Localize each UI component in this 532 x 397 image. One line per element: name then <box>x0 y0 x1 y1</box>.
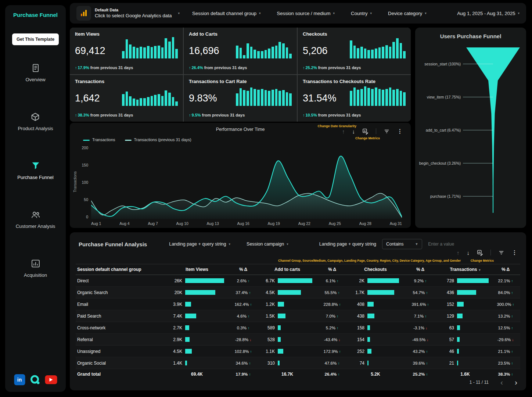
col-header-delta-1[interactable]: % Δ <box>226 267 260 272</box>
more-options-icon[interactable]: ⋮ <box>512 249 517 256</box>
cell-delta: 84.0% ↑ <box>491 290 520 295</box>
sidebar-item-funnel[interactable]: Purchase Funnel <box>17 161 53 180</box>
sidebar-item-label: Purchase Funnel <box>17 175 53 180</box>
change-metrics-icon[interactable] <box>477 250 483 256</box>
move-down-icon[interactable]: ↓ <box>352 128 355 135</box>
cell-channel: Direct <box>76 278 168 283</box>
chevron-down-icon: ▾ <box>370 11 372 15</box>
date-range-control[interactable]: Aug 1, 2025 - Aug 31, 2025 ▾ <box>457 11 520 16</box>
kpi-grid: Item Views69,412↑17.9%from previous 31 d… <box>70 28 411 122</box>
grand-total-delta: 38.3% ↑ <box>491 372 520 376</box>
toolbar-divider <box>490 250 491 255</box>
date-range-label: Aug 1, 2025 - Aug 31, 2025 <box>457 11 515 16</box>
topbar-filters: Session default channel group▾Session so… <box>192 11 427 16</box>
legend-transactions: Transactions <box>83 137 115 142</box>
grand-total-value: 69.4K <box>168 372 226 377</box>
youtube-icon[interactable] <box>45 375 57 384</box>
next-page-icon[interactable]: › <box>515 378 517 386</box>
analytics-icon <box>76 6 91 21</box>
grand-total-value: 1.6K <box>439 372 491 377</box>
filter-session-default-channel-group[interactable]: Session default channel group▾ <box>192 11 260 16</box>
pagination: 1 - 11 / 11 ‹ › <box>470 378 517 386</box>
analysis-panel: Purchase Funnel Analysis Landing page + … <box>70 232 526 390</box>
cell-metric: 252 <box>350 349 401 354</box>
filter-value-input[interactable] <box>428 242 463 247</box>
chevron-down-icon: ▾ <box>287 242 288 246</box>
filter-country[interactable]: Country▾ <box>351 11 372 16</box>
change-metrics-icon[interactable] <box>362 128 369 135</box>
data-source-selector[interactable]: Default Data Click to select Google Anal… <box>76 6 180 21</box>
operator-select[interactable]: Contains ▼ <box>382 239 422 249</box>
move-down-icon[interactable]: ↓ <box>467 250 470 256</box>
arrow-up-icon: ↑ <box>337 326 338 330</box>
arrow-up-icon: ↑ <box>303 113 305 117</box>
y-axis: 200150100500 <box>79 146 91 219</box>
arrow-up-icon: ↑ <box>248 279 249 283</box>
cell-metric: 2K <box>350 278 401 283</box>
granularity-annotation: Change Date Granularity <box>317 124 356 128</box>
more-options-icon[interactable]: ⋮ <box>397 128 403 135</box>
line-chart <box>91 146 402 219</box>
get-template-button[interactable]: Get This Template <box>12 33 59 45</box>
cell-metric: 129 <box>439 314 491 319</box>
y-axis-title: Transactions <box>73 164 77 200</box>
analysis-table-body: Direct26K2.6% ↑6.7K6.1% ↑2K9.2% ↑72822.1… <box>76 275 520 369</box>
kpi-sparkline <box>350 85 406 106</box>
filter-session-source-medium[interactable]: Session source / medium▾ <box>277 11 335 16</box>
chevron-down-icon: ▾ <box>178 11 180 15</box>
arrow-up-icon: ↑ <box>338 291 339 295</box>
data-source-title: Default Data <box>95 8 172 13</box>
sidebar-item-label: Customer Analysis <box>16 223 55 229</box>
arrow-up-icon: ↑ <box>511 372 513 376</box>
sidebar-item-overview[interactable]: Overview <box>25 63 45 82</box>
arrow-up-icon: ↑ <box>426 372 428 376</box>
dimension-filter-session-campaign[interactable]: Session campaign▾ <box>247 242 288 247</box>
move-up-icon[interactable]: ↑ <box>457 250 460 256</box>
col-header-item-views[interactable]: Item Views <box>168 267 226 272</box>
sidebar-item-customers[interactable]: Customer Analysis <box>16 210 55 229</box>
grand-total-delta: 26.4% ↑ <box>314 372 350 376</box>
filter-field-label: Landing page + query string <box>319 242 376 247</box>
cell-metric: 7.4K <box>168 314 226 319</box>
cell-metric: 2.9K <box>168 337 226 342</box>
arrow-up-icon: ↑ <box>338 372 339 376</box>
kpi-panel: Item Views69,412↑17.9%from previous 31 d… <box>70 28 411 122</box>
col-header-delta-4[interactable]: % Δ <box>491 267 520 272</box>
col-header-channel[interactable]: Session default channel group <box>76 267 168 272</box>
chart-plot: 200150100500 <box>79 146 402 219</box>
cell-delta: 2.6% ↑ <box>226 279 260 283</box>
cell-metric: 2.7K <box>168 325 226 330</box>
kpi-sparkline <box>236 85 292 106</box>
svg-text:purchase (1.71%): purchase (1.71%) <box>430 194 461 198</box>
cell-delta: 6.1% ↑ <box>314 279 350 283</box>
cell-metric: 4.5K <box>168 349 226 354</box>
cell-delta: -28.8% ↓ <box>226 337 260 342</box>
arrow-up-icon: ↑ <box>189 113 191 117</box>
cell-delta: 9.2% ↑ <box>401 279 439 283</box>
databloo-icon[interactable] <box>29 374 40 385</box>
cell-delta: 0.3% ↑ <box>226 326 260 330</box>
sidebar-item-product[interactable]: Product Analysis <box>18 112 53 131</box>
move-up-icon[interactable]: ↑ <box>342 128 345 135</box>
filter-device-category[interactable]: Device category▾ <box>388 11 427 16</box>
dimension-filter-landing-page-query-string[interactable]: Landing page + query string▾ <box>169 242 230 247</box>
linkedin-icon[interactable]: in <box>14 374 25 385</box>
col-header-add-to-carts[interactable]: Add to carts <box>260 267 314 272</box>
cell-delta: 5.2% ↑ <box>314 326 350 330</box>
col-header-checkouts[interactable]: Checkouts <box>350 267 401 272</box>
chart-legend: Transactions Transactions (previous 31 d… <box>83 137 191 142</box>
cell-delta: -3.1% ↓ <box>401 326 439 330</box>
col-header-delta-3[interactable]: % Δ <box>401 267 439 272</box>
filter-icon[interactable] <box>384 128 390 135</box>
sidebar-item-acquisition[interactable]: Acquisition <box>24 258 47 278</box>
arrow-up-icon: ↑ <box>250 350 252 354</box>
kpi-card-add-to-carts: Add to Carts16,696↑26.4%from previous 31… <box>184 28 297 74</box>
previous-page-icon[interactable]: ‹ <box>500 378 503 386</box>
filter-icon[interactable] <box>498 250 504 256</box>
arrow-up-icon: ↑ <box>338 361 339 365</box>
col-header-transactions[interactable]: Transactions▾ <box>439 267 491 272</box>
funnel-panel: Users Purchase Funnel session_start (100… <box>415 28 526 228</box>
kpi-title: Item Views <box>75 31 178 37</box>
analysis-header: Purchase Funnel Analysis Landing page + … <box>70 232 526 249</box>
col-header-delta-2[interactable]: % Δ <box>314 267 350 272</box>
